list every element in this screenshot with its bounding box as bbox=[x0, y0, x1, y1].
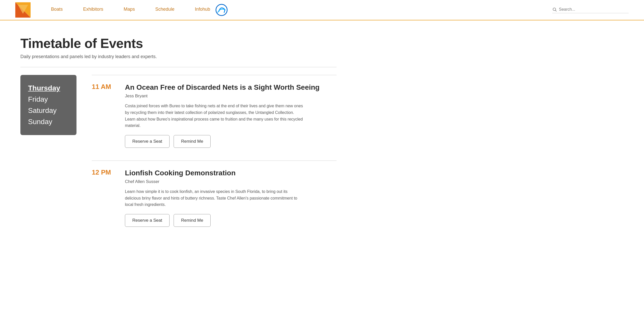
event-item: 11 AM An Ocean Free of Discarded Nets is… bbox=[92, 75, 337, 161]
header-divider bbox=[20, 67, 337, 67]
event-actions: Reserve a Seat Remind Me bbox=[125, 214, 337, 227]
event-time: 11 AM bbox=[92, 83, 117, 91]
day-thursday[interactable]: Thursday bbox=[28, 83, 69, 94]
event-details: Lionfish Cooking Demonstration Chef Alle… bbox=[125, 168, 337, 227]
day-sunday[interactable]: Sunday bbox=[28, 116, 69, 127]
event-header: 11 AM An Ocean Free of Discarded Nets is… bbox=[92, 83, 337, 148]
event-title: An Ocean Free of Discarded Nets is a Sig… bbox=[125, 83, 337, 92]
reserve-seat-button-2[interactable]: Reserve a Seat bbox=[125, 214, 170, 227]
event-details: An Ocean Free of Discarded Nets is a Sig… bbox=[125, 83, 337, 148]
nav-item-infohub-container[interactable]: Infohub bbox=[185, 4, 228, 16]
day-friday[interactable]: Friday bbox=[28, 94, 69, 105]
event-presenter: Chef Allen Susser bbox=[125, 179, 337, 184]
event-description: Learn how simple it is to cook lionfish,… bbox=[125, 188, 303, 208]
page-title: Timetable of Events bbox=[20, 36, 337, 51]
event-time: 12 PM bbox=[92, 168, 117, 176]
event-item: 12 PM Lionfish Cooking Demonstration Che… bbox=[92, 161, 337, 240]
event-header: 12 PM Lionfish Cooking Demonstration Che… bbox=[92, 168, 337, 227]
event-description: Costa joined forces with Bureo to take f… bbox=[125, 103, 303, 129]
infohub-logo-icon bbox=[215, 4, 228, 16]
search-icon bbox=[552, 7, 557, 12]
event-presenter: Jess Bryant bbox=[125, 94, 337, 99]
reserve-seat-button-1[interactable]: Reserve a Seat bbox=[125, 135, 170, 148]
event-actions: Reserve a Seat Remind Me bbox=[125, 135, 337, 148]
search-area[interactable] bbox=[552, 7, 629, 13]
svg-line-5 bbox=[556, 10, 557, 11]
logo[interactable] bbox=[15, 2, 31, 18]
nav-item-maps[interactable]: Maps bbox=[113, 7, 145, 14]
nav-item-infohub[interactable]: Infohub bbox=[185, 7, 213, 14]
nav-item-schedule[interactable]: Schedule bbox=[145, 7, 185, 14]
content-layout: Thursday Friday Saturday Sunday 11 AM An… bbox=[20, 75, 337, 240]
remind-me-button-2[interactable]: Remind Me bbox=[174, 214, 211, 227]
nav-item-boats[interactable]: Boats bbox=[41, 7, 73, 14]
page-subtitle: Daily presentations and panels led by in… bbox=[20, 54, 337, 59]
search-input[interactable] bbox=[559, 7, 629, 12]
event-title: Lionfish Cooking Demonstration bbox=[125, 168, 337, 178]
day-saturday[interactable]: Saturday bbox=[28, 105, 69, 116]
main-nav: Boats Exhibitors Maps Schedule Infohub bbox=[41, 4, 552, 16]
svg-point-4 bbox=[553, 8, 556, 10]
header: Boats Exhibitors Maps Schedule Infohub bbox=[0, 0, 644, 20]
nav-item-exhibitors[interactable]: Exhibitors bbox=[73, 7, 113, 14]
main-content: Timetable of Events Daily presentations … bbox=[0, 20, 357, 255]
day-selector: Thursday Friday Saturday Sunday bbox=[20, 75, 76, 135]
events-list: 11 AM An Ocean Free of Discarded Nets is… bbox=[92, 75, 337, 240]
remind-me-button-1[interactable]: Remind Me bbox=[174, 135, 211, 148]
